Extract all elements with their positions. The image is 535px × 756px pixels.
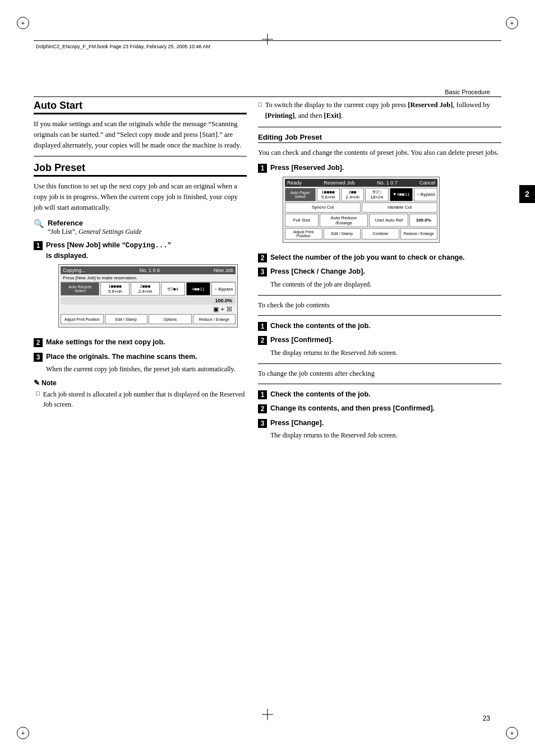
right-step-3: 3 Press [Check / Change Job]. The conten… — [258, 267, 501, 289]
divider-1 — [34, 156, 247, 156]
bullet-square: □ — [258, 101, 262, 108]
screen-copying-percent: 100.0% — [61, 297, 236, 305]
reference-text: “Job List”, General Settings Guide — [48, 227, 142, 237]
screen-copying-message: Press [New Job] to make reservation. — [61, 274, 236, 282]
step-3-number: 3 — [34, 353, 43, 362]
step-1-text: Press [New Job] while “Copying...”is dis… — [46, 241, 238, 261]
corner-mark-tr: + — [506, 17, 518, 29]
left-column: Auto Start If you make settings and scan… — [34, 100, 247, 711]
corner-mark-bl: + — [17, 727, 29, 739]
note-bullet-1: □ — [36, 390, 40, 409]
chapter-tab: 2 — [519, 185, 535, 203]
step-2-number: 2 — [34, 338, 43, 347]
corner-mark-tl: + — [17, 17, 29, 29]
bullet-intro: □ To switch the display to the current c… — [258, 100, 501, 121]
bullet-item: □ To switch the display to the current c… — [258, 100, 501, 121]
screen-copying: Copying... No. 1 0 6 New Job Press [New … — [58, 264, 238, 328]
divider-3 — [258, 295, 501, 296]
bottom-center-mark — [262, 709, 273, 722]
screen-ready-row3: Full Size Auto Reduce /Enlarge User Auto… — [285, 214, 437, 227]
page-number: 23 — [483, 714, 490, 722]
right-step-3-body: The contents of the job are displayed. — [270, 279, 371, 289]
screen-copying-icons: ▣+☒ — [61, 305, 236, 314]
step-3-body: When the current copy job finishes, the … — [46, 364, 236, 374]
change-step-3-number: 3 — [258, 419, 267, 428]
divider-6 — [258, 384, 501, 384]
divider-5 — [258, 363, 501, 364]
right-step-2-text: Select the number of the job you want to… — [270, 253, 465, 263]
change-step-3: 3 Press [Change]. The display returns to… — [258, 418, 501, 441]
step-3-text: Place the originals. The machine scans t… — [46, 352, 236, 362]
job-preset-title: Job Preset — [34, 162, 247, 177]
divider-2 — [258, 127, 501, 127]
screen-copying-bar: Copying... No. 1 0 6 New Job — [61, 266, 236, 274]
right-column: □ To switch the display to the current c… — [258, 100, 501, 711]
auto-start-body: If you make settings and scan the origin… — [34, 119, 247, 150]
editing-job-preset-title: Editing Job Preset — [258, 133, 501, 143]
right-step-1: 1 Press [Reserved Job]. Ready Reserved J… — [258, 163, 501, 248]
top-center-mark — [262, 34, 273, 47]
note-text-1: Each job stored is allocated a job numbe… — [43, 389, 247, 409]
header-filename: DolphinC2_ENcopy_F_FM.book Page 23 Frida… — [36, 44, 210, 49]
check-step-1: 1 Check the contents of the job. — [258, 321, 501, 331]
right-step-2: 2 Select the number of the job you want … — [258, 253, 501, 263]
change-step-1-number: 1 — [258, 390, 267, 399]
change-step-1-text: Check the contents of the job. — [270, 390, 371, 400]
change-step-2-text: Change its contents, and then press [Con… — [270, 404, 435, 414]
to-check-heading: To check the job contents — [258, 301, 501, 310]
divider-4 — [258, 315, 501, 316]
screen-ready: Ready Reserved Job No. 1 0 7 Cancel Auto… — [283, 177, 440, 243]
check-step-1-text: Check the contents of the job. — [270, 321, 371, 331]
change-step-1: 1 Check the contents of the job. — [258, 390, 501, 400]
step-2-text: Make settings for the next copy job. — [46, 338, 165, 348]
right-step-2-number: 2 — [258, 253, 267, 262]
screen-ready-bar: Ready Reserved Job No. 1 0 7 Cancel — [285, 179, 437, 187]
note-item-1: □ Each job stored is allocated a job num… — [34, 389, 247, 409]
corner-mark-br: + — [506, 727, 518, 739]
right-step-1-number: 1 — [258, 164, 267, 173]
section-header: Basic Procedure — [445, 89, 490, 95]
editing-job-preset-body: You can check and change the contents of… — [258, 147, 501, 158]
change-step-3-body: The display returns to the Reserved Job … — [270, 430, 398, 440]
screen-copying-bottom: Adjust Print Position Edit / Stamp Optio… — [61, 314, 236, 324]
content-area: Auto Start If you make settings and scan… — [34, 100, 501, 711]
right-step-1-text: Press [Reserved Job]. — [270, 163, 440, 173]
check-step-2-text: Press [Confirmed]. — [270, 335, 398, 345]
section-rule — [34, 96, 501, 97]
to-change-heading: To change the job contents after checkin… — [258, 370, 501, 378]
note-icon: ✎ — [34, 379, 40, 387]
change-step-3-text: Press [Change]. — [270, 418, 398, 428]
note-title: ✎ Note — [34, 379, 247, 387]
right-step-3-number: 3 — [258, 268, 267, 276]
right-step-3-text: Press [Check / Change Job]. — [270, 267, 371, 277]
screen-ready-bottom: Adjust Print Position Edit / Stamp Combi… — [285, 228, 437, 239]
screen-ready-row1: Auto PaperSelect 1■■■■5.6×nh 2■■2.4×nh 5… — [285, 188, 437, 201]
note-block: ✎ Note □ Each job stored is allocated a … — [34, 379, 247, 409]
step-1: 1 Press [New Job] while “Copying...”is d… — [34, 241, 247, 333]
screen-ready-row2: Syncro Cut Variable Cut — [285, 202, 437, 213]
change-step-2: 2 Change its contents, and then press [C… — [258, 404, 501, 414]
check-step-1-number: 1 — [258, 322, 267, 331]
step-1-number: 1 — [34, 241, 43, 250]
check-step-2-number: 2 — [258, 336, 267, 345]
step-2: 2 Make settings for the next copy job. — [34, 338, 247, 348]
reference-title: Reference — [48, 219, 142, 227]
screen-copying-row1: Auto RecycleSelect 1■■■■5.6×nh 2■■■2.4×n… — [61, 282, 236, 296]
reference-icon: 🔍 — [34, 219, 44, 229]
auto-start-title: Auto Start — [34, 100, 247, 114]
bullet-text: To switch the display to the current cop… — [265, 100, 501, 121]
job-preset-body: Use this function to set up the next cop… — [34, 181, 247, 213]
check-step-2-body: The display returns to the Reserved Job … — [270, 348, 398, 358]
check-step-2: 2 Press [Confirmed]. The display returns… — [258, 335, 501, 358]
change-step-2-number: 2 — [258, 404, 267, 413]
reference-block: 🔍 Reference “Job List”, General Settings… — [34, 219, 247, 237]
step-3: 3 Place the originals. The machine scans… — [34, 352, 247, 375]
